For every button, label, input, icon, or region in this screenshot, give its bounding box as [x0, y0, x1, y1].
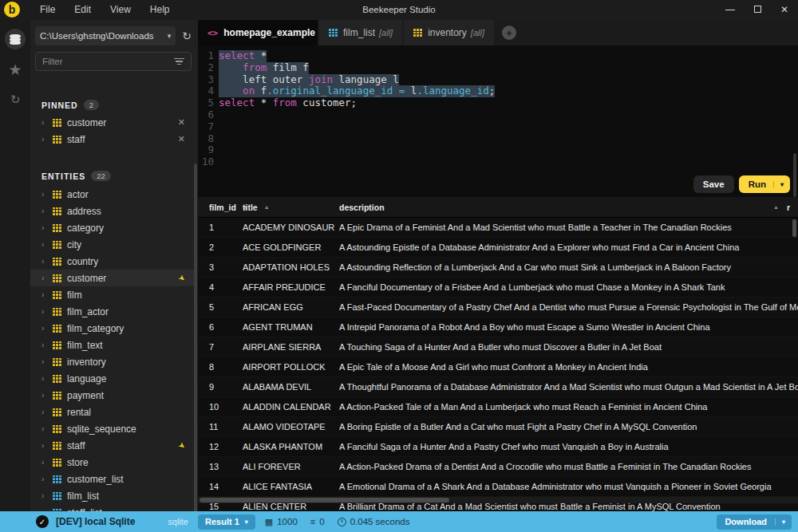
code-line-8[interactable]: 8 [198, 133, 798, 145]
entity-item-rental[interactable]: ›rental [30, 404, 195, 420]
entity-item-country[interactable]: ›country [30, 253, 195, 270]
chevron-right-icon[interactable]: › [41, 257, 51, 266]
table-row[interactable]: 4AFFAIR PREJUDICEA Fanciful Documentary … [198, 278, 798, 298]
run-options-caret-icon[interactable]: ▾ [773, 181, 790, 188]
cell-title[interactable]: AFFAIR PREJUDICE [243, 282, 339, 292]
chevron-right-icon[interactable]: › [41, 391, 51, 400]
cell-desc[interactable]: A Fast-Paced Documentary of a Pastry Che… [339, 302, 798, 312]
entity-item-actor[interactable]: ›actor [30, 186, 195, 203]
code-line-1[interactable]: 1select * [198, 50, 798, 62]
cell-title[interactable]: ALAMO VIDEOTAPE [243, 422, 339, 432]
pin-icon[interactable]: ➤ [176, 273, 187, 284]
chevron-right-icon[interactable]: › [41, 207, 51, 215]
entity-item-staff[interactable]: ›staff➤ [30, 437, 195, 454]
table-row[interactable]: 3ADAPTATION HOLESA Astounding Reflection… [198, 258, 798, 278]
cell-title[interactable]: AGENT TRUMAN [243, 322, 339, 332]
cell-title[interactable]: AIRPORT POLLOCK [243, 362, 339, 372]
entity-item-film_actor[interactable]: ›film_actor [30, 303, 195, 320]
cell-title[interactable]: ALADDIN CALENDAR [243, 402, 339, 412]
code-line-7[interactable]: 7 [198, 121, 798, 133]
code-line-9[interactable]: 9 [198, 144, 798, 156]
tab-film-list[interactable]: film_list [all] [319, 20, 402, 45]
chevron-right-icon[interactable]: › [41, 118, 51, 127]
download-button[interactable]: Download ▾ [717, 514, 792, 530]
cell-desc[interactable]: A Thoughtful Panorama of a Database Admi… [339, 382, 798, 392]
entity-item-category[interactable]: ›category [30, 219, 195, 236]
chevron-right-icon[interactable]: › [41, 240, 51, 249]
entity-item-film_text[interactable]: ›film_text [30, 337, 195, 353]
cell-desc[interactable]: A Action-Packed Drama of a Dentist And a… [339, 462, 798, 471]
cell-desc[interactable]: A Fanciful Saga of a Hunter And a Pastry… [339, 442, 798, 451]
cell-id[interactable]: 3 [198, 262, 243, 272]
chevron-right-icon[interactable]: › [41, 458, 51, 467]
table-row[interactable]: 7AIRPLANE SIERRAA Touching Saga of a Hun… [198, 337, 798, 357]
sidebar-scrollbar[interactable] [194, 164, 197, 514]
entity-item-language[interactable]: ›language [30, 370, 195, 387]
entity-item-film_list[interactable]: ›film_list [30, 487, 195, 504]
entity-item-film_category[interactable]: ›film_category [30, 320, 195, 337]
chevron-right-icon[interactable]: › [41, 223, 51, 232]
cell-id[interactable]: 9 [198, 382, 243, 392]
scrollbar-thumb[interactable] [200, 498, 449, 502]
cell-id[interactable]: 6 [198, 322, 243, 332]
filter-icon[interactable] [174, 57, 184, 67]
unpin-icon[interactable]: ✕ [178, 117, 185, 128]
column-header-partial[interactable]: r [787, 203, 798, 212]
column-header-description[interactable]: description▲ [339, 203, 787, 212]
cell-desc[interactable]: A Emotional Drama of a A Shark And a Dat… [339, 482, 798, 491]
code-line-6[interactable]: 6 [198, 109, 798, 121]
code-line-3[interactable]: 3 left outer join language l [198, 74, 798, 86]
chevron-right-icon[interactable]: › [41, 290, 51, 299]
close-icon[interactable]: ✕ [771, 0, 798, 20]
table-row[interactable]: 6AGENT TRUMANA Intrepid Panorama of a Ro… [198, 317, 798, 337]
chevron-right-icon[interactable]: › [41, 307, 51, 316]
editor-scrollbar[interactable] [793, 153, 796, 197]
cell-id[interactable]: 11 [198, 422, 243, 432]
cell-title[interactable]: ACADEMY DINOSAUR [243, 223, 339, 232]
sort-asc-icon[interactable]: ▲ [264, 204, 270, 210]
table-row[interactable]: 9ALABAMA DEVILA Thoughtful Panorama of a… [198, 377, 798, 397]
entity-item-address[interactable]: ›address [30, 203, 195, 219]
chevron-right-icon[interactable]: › [41, 374, 51, 383]
chevron-right-icon[interactable]: › [41, 324, 51, 333]
cell-id[interactable]: 4 [198, 282, 243, 292]
result-selector-button[interactable]: Result 1 ▾ [198, 514, 255, 530]
entity-item-city[interactable]: ›city [30, 236, 195, 253]
cell-desc[interactable]: A Fanciful Documentary of a Frisbee And … [339, 282, 798, 292]
chevron-down-icon[interactable]: ▾ [775, 518, 792, 526]
cell-title[interactable]: AIRPLANE SIERRA [243, 342, 339, 352]
entity-item-sqlite_sequence[interactable]: ›sqlite_sequence [30, 420, 195, 437]
cell-title[interactable]: ALABAMA DEVIL [243, 382, 339, 392]
database-tab-icon[interactable] [0, 24, 30, 54]
pin-icon[interactable]: ➤ [176, 440, 187, 451]
unpin-icon[interactable]: ✕ [178, 134, 185, 144]
tab-inventory[interactable]: inventory [all] [404, 20, 494, 45]
cell-desc[interactable]: A Astounding Epistle of a Database Admin… [339, 242, 798, 252]
new-tab-button[interactable]: + [502, 26, 516, 40]
column-header-film-id[interactable]: film_id▲ [198, 203, 243, 212]
menu-view[interactable]: View [101, 0, 140, 20]
code-line-2[interactable]: 2 from film f [198, 62, 798, 74]
history-tab-icon[interactable]: ↺ [0, 85, 30, 115]
chevron-right-icon[interactable]: › [41, 441, 51, 450]
cell-title[interactable]: AFRICAN EGG [243, 302, 339, 312]
entity-item-film[interactable]: ›film [30, 286, 195, 303]
chevron-right-icon[interactable]: › [41, 475, 51, 483]
entity-item-inventory[interactable]: ›inventory [30, 353, 195, 370]
cell-desc[interactable]: A Epic Drama of a Feminist And a Mad Sci… [339, 223, 798, 232]
filter-input[interactable] [36, 57, 174, 66]
table-row[interactable]: 5AFRICAN EGGA Fast-Paced Documentary of … [198, 298, 798, 317]
cell-id[interactable]: 5 [198, 302, 243, 312]
cell-title[interactable]: ALI FOREVER [243, 462, 339, 471]
chevron-right-icon[interactable]: › [41, 135, 51, 144]
sql-editor[interactable]: 1select *2 from film f3 left outer join … [198, 45, 798, 197]
tab-homepage-example[interactable]: <> homepage_example ✕ [198, 20, 318, 45]
chevron-right-icon[interactable]: › [41, 341, 51, 349]
table-row[interactable]: 12ALASKA PHANTOMA Fanciful Saga of a Hun… [198, 437, 798, 457]
cell-id[interactable]: 1 [198, 223, 243, 232]
chevron-right-icon[interactable]: › [41, 190, 51, 199]
cell-desc[interactable]: A Astounding Reflection of a Lumberjack … [339, 262, 798, 272]
cell-title[interactable]: ALASKA PHANTOM [243, 442, 339, 451]
cell-id[interactable]: 7 [198, 342, 243, 352]
table-row[interactable]: 10ALADDIN CALENDARA Action-Packed Tale o… [198, 397, 798, 417]
